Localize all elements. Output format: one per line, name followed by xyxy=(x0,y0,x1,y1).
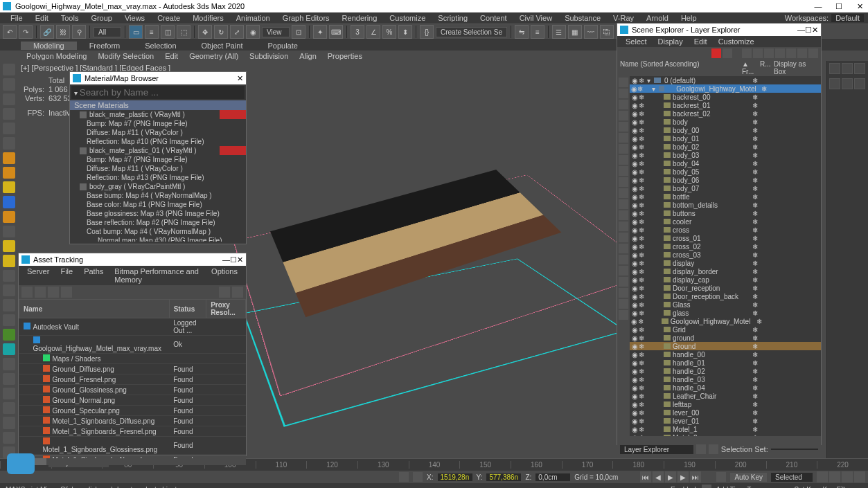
asset-row[interactable]: Motel_1_Signboards_Diffuse.pngFound xyxy=(19,416,246,426)
misc-icon-1[interactable] xyxy=(3,284,15,296)
scene-row[interactable]: ◉❄body_04❄ xyxy=(630,159,821,168)
se-menu-display[interactable]: Display xyxy=(653,37,689,46)
next-frame-button[interactable]: ▶ xyxy=(677,471,689,482)
menu-graph-editors[interactable]: Graph Editors xyxy=(276,14,336,22)
ribbon-tab-selection[interactable]: Selection xyxy=(132,42,188,50)
scene-row[interactable]: ◉❄handle_02❄ xyxy=(630,367,821,375)
select-name-button[interactable]: ≡ xyxy=(145,25,159,39)
motion-panel-icon[interactable] xyxy=(3,108,15,120)
scene-explorer-close-button[interactable]: ✕ xyxy=(812,26,818,35)
se-select-icon[interactable] xyxy=(764,48,774,58)
gear-icon[interactable] xyxy=(3,255,15,266)
asset-tracking-min-button[interactable]: — xyxy=(222,255,230,264)
menu-civil-view[interactable]: Civil View xyxy=(513,14,558,22)
material-item[interactable]: body_gray ( VRayCarPaintMtl ) xyxy=(70,182,246,191)
menu-v-ray[interactable]: V-Ray xyxy=(607,14,640,22)
spacewarp-icon[interactable] xyxy=(3,358,15,370)
scene-row[interactable]: ◉❄body_00❄ xyxy=(630,126,821,134)
se-spacewarp-icon[interactable] xyxy=(619,144,628,154)
se-menu-select[interactable]: Select xyxy=(620,37,653,46)
scene-row[interactable]: ◉❄Motel_1❄ xyxy=(630,425,821,433)
material-item[interactable]: Bump: Map #7 (PNG Image File) xyxy=(70,155,246,164)
scene-row[interactable]: ◉❄bottom_details❄ xyxy=(630,201,821,209)
manipulate-button[interactable]: ✦ xyxy=(313,25,327,39)
menu-create[interactable]: Create xyxy=(151,14,186,22)
scene-row[interactable]: ◉❄Glass❄ xyxy=(630,300,821,309)
at-help-icon[interactable] xyxy=(219,287,230,298)
scene-row[interactable]: ◉❄body_01❄ xyxy=(630,134,821,143)
se-container-icon[interactable] xyxy=(619,188,628,198)
se-freeze-icon[interactable] xyxy=(797,48,807,58)
selection-set-dropdown[interactable] xyxy=(771,449,818,450)
scene-row[interactable]: ◉❄Leather_Chair❄ xyxy=(630,392,821,400)
se-misc3-icon[interactable] xyxy=(619,244,628,253)
se-filter-icon[interactable] xyxy=(723,48,732,58)
asset-row[interactable]: Motel_1_Signboards_Fresnel.pngFound xyxy=(19,426,246,437)
material-item[interactable]: Diffuse: Map #11 ( VRayColor ) xyxy=(70,164,246,173)
scene-row[interactable]: ◉❄body_02❄ xyxy=(630,143,821,151)
at-tree-icon[interactable] xyxy=(48,287,59,298)
key-selected-dropdown[interactable]: Selected xyxy=(771,473,813,482)
setkey-button[interactable]: Set Key xyxy=(794,486,818,489)
timeline-tick[interactable]: 130 xyxy=(357,461,409,469)
cone-icon[interactable] xyxy=(3,211,15,223)
se-light-icon[interactable] xyxy=(619,111,628,120)
menu-arnold[interactable]: Arnold xyxy=(640,14,675,22)
material-list[interactable]: black_mate_plastic ( VRayMtl )Bump: Map … xyxy=(70,110,246,242)
display-tab-icon[interactable] xyxy=(842,78,853,89)
material-browser-close-button[interactable]: ✕ xyxy=(237,74,243,83)
close-button[interactable]: ✕ xyxy=(854,2,865,11)
sphere-icon[interactable] xyxy=(3,196,15,208)
misc-icon-2[interactable] xyxy=(3,299,15,311)
create-tab-icon[interactable] xyxy=(829,63,840,74)
helper-icon[interactable] xyxy=(3,226,15,237)
spinner-snap-button[interactable]: ⬍ xyxy=(398,25,412,39)
ribbon-sub-geometry--all-[interactable]: Geometry (All) xyxy=(184,52,244,60)
isolate-icon[interactable] xyxy=(413,472,423,482)
layer-explorer-dropdown[interactable]: Layer Explorer xyxy=(620,445,693,454)
particle-icon[interactable] xyxy=(3,329,15,341)
unlink-button[interactable]: ⛓ xyxy=(56,25,70,39)
menu-views[interactable]: Views xyxy=(118,14,151,22)
material-item[interactable]: Base color: Map #1 (PNG Image File) xyxy=(70,200,246,209)
se-shape-icon[interactable] xyxy=(619,100,628,109)
edit-named-button[interactable]: {} xyxy=(420,25,434,39)
scene-row[interactable]: ◉❄Door_reception_back❄ xyxy=(630,292,821,300)
ribbon-tab-freeform[interactable]: Freeform xyxy=(77,42,133,50)
create-panel-icon[interactable] xyxy=(3,64,15,75)
at-col-header[interactable]: Proxy Resol... xyxy=(206,300,246,318)
material-item[interactable]: Normal map: Map #30 (PNG Image File) xyxy=(70,236,246,242)
scene-row[interactable]: ◉❄Motel_2❄ xyxy=(630,433,821,436)
scene-row[interactable]: ◉❄body_06❄ xyxy=(630,176,821,184)
scene-row[interactable]: ◉❄Grid❄ xyxy=(630,325,821,334)
se-menu-customize[interactable]: Customize xyxy=(713,37,760,46)
zoom-all-icon[interactable] xyxy=(842,471,853,482)
se-misc1-icon[interactable] xyxy=(619,222,628,231)
add-time-tag[interactable]: Add Time Tag xyxy=(716,486,758,489)
placement-button[interactable]: ◉ xyxy=(246,25,260,39)
timeline-tick[interactable]: 210 xyxy=(766,461,817,469)
menu-help[interactable]: Help xyxy=(675,14,703,22)
system-icon[interactable] xyxy=(3,373,15,385)
redo-button[interactable]: ↷ xyxy=(19,25,33,39)
scene-explorer-window[interactable]: Scene Explorer - Layer Explorer — ☐ ✕ Se… xyxy=(617,23,822,445)
se-addlayer-icon[interactable] xyxy=(753,48,763,58)
asset-row[interactable]: Ground_Glossiness.pngFound xyxy=(19,385,246,395)
asset-row[interactable]: Goolgowi_Highway_Motel_max_vray.maxOk xyxy=(19,336,246,354)
asset-row[interactable]: Autodesk VaultLogged Out ... xyxy=(19,318,246,336)
at-menu-server[interactable]: Server xyxy=(21,267,55,284)
se-hidden-icon[interactable] xyxy=(619,210,628,220)
percent-snap-button[interactable]: % xyxy=(382,25,396,39)
sun-icon[interactable] xyxy=(3,181,15,193)
timeline-tick[interactable]: 190 xyxy=(664,461,715,469)
y-coord[interactable]: 577,386n xyxy=(489,473,518,481)
x-coord[interactable]: 1519,28n xyxy=(441,473,470,481)
ribbon-sub-polygon-modeling[interactable]: Polygon Modeling xyxy=(21,52,92,60)
menu-edit[interactable]: Edit xyxy=(29,14,55,22)
scene-row[interactable]: ◉❄body_03❄ xyxy=(630,151,821,159)
snap-toggle-button[interactable]: 3 xyxy=(351,25,364,39)
se-misc2-icon[interactable] xyxy=(619,233,628,242)
camera-icon[interactable] xyxy=(3,152,15,164)
material-item[interactable]: black_mate_plastic ( VRayMtl ) xyxy=(70,110,246,119)
selection-filter-dropdown[interactable]: All xyxy=(94,27,121,37)
